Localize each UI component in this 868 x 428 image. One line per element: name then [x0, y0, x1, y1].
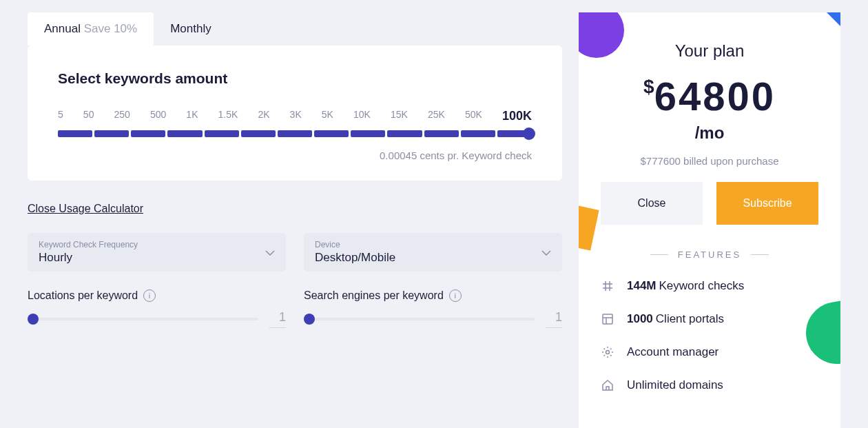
subscribe-button[interactable]: Subscribe: [716, 182, 818, 225]
slider-label-3: 500: [150, 109, 166, 123]
slider-label-4: 1K: [186, 109, 198, 123]
locations-label: Locations per keyword: [28, 289, 138, 302]
frequency-value: Hourly: [39, 251, 275, 265]
features-header: FEATURES: [601, 249, 818, 260]
plan-buttons: Close Subscribe: [601, 182, 818, 225]
decoration-orange: [579, 201, 599, 250]
engines-value: 1: [546, 310, 562, 328]
tab-annual-label: Annual: [44, 22, 81, 35]
feature-item: Unlimited domains: [601, 378, 818, 392]
device-label: Device: [315, 240, 551, 249]
decoration-blue: [799, 12, 840, 54]
svg-rect-0: [603, 314, 612, 324]
slider-label-11: 25K: [428, 109, 445, 123]
card-title: Select keywords amount: [58, 70, 532, 87]
plan-price: $64800: [601, 73, 818, 119]
slider-label-7: 3K: [290, 109, 302, 123]
feature-text: Unlimited domains: [627, 378, 723, 392]
slider-segment: [461, 130, 495, 137]
close-button[interactable]: Close: [601, 182, 703, 225]
plan-period: /mo: [601, 123, 818, 143]
feature-item: Account manager: [601, 345, 818, 359]
slider-segment: [131, 130, 165, 137]
engines-slider-thumb[interactable]: [304, 314, 315, 325]
feature-item: 1000Client portals: [601, 312, 818, 326]
home-icon: [601, 378, 614, 392]
slider-label-8: 5K: [322, 109, 333, 123]
frequency-select[interactable]: Keyword Check Frequency Hourly: [28, 233, 286, 272]
slider-label-12: 50K: [465, 109, 482, 123]
slider-segment: [167, 130, 202, 137]
tab-annual[interactable]: Annual Save 10%: [28, 12, 154, 45]
tab-annual-save: Save 10%: [84, 22, 138, 35]
selects-row: Keyword Check Frequency Hourly Device De…: [28, 233, 562, 272]
slider-segment: [387, 130, 422, 137]
keywords-card: Select keywords amount 5 50 250 500 1K 1…: [28, 45, 562, 181]
locations-slider[interactable]: [28, 318, 258, 320]
slider-segment: [58, 130, 92, 137]
slider-label-9: 10K: [353, 109, 371, 123]
device-select[interactable]: Device Desktop/Mobile: [304, 233, 562, 272]
engines-label-row: Search engines per keyword i: [304, 289, 562, 302]
slider-label-5: 1.5K: [218, 109, 238, 123]
slider-segment: [278, 130, 312, 137]
gear-icon: [601, 345, 614, 359]
feature-list: 144MKeyword checks 1000Client portals Ac…: [601, 279, 818, 392]
feature-text: 144MKeyword checks: [627, 279, 744, 293]
frequency-label: Keyword Check Frequency: [39, 240, 275, 249]
engines-slider[interactable]: [304, 318, 535, 320]
feature-item: 144MKeyword checks: [601, 279, 818, 293]
chevron-down-icon: [265, 246, 275, 258]
engines-label: Search engines per keyword: [304, 289, 444, 302]
info-icon[interactable]: i: [143, 289, 156, 302]
slider-thumb[interactable]: [523, 128, 535, 140]
small-sliders-row: Locations per keyword i 1 Search engines…: [28, 289, 562, 328]
slider-segment: [351, 130, 385, 137]
slider-segment: [424, 130, 459, 137]
layout-icon: [601, 312, 614, 326]
feature-text: 1000Client portals: [627, 312, 724, 326]
price-note: 0.00045 cents pr. Keyword check: [58, 150, 532, 161]
svg-point-1: [606, 351, 610, 354]
feature-text: Account manager: [627, 345, 719, 359]
slider-label-2: 250: [114, 109, 130, 123]
close-calculator-link[interactable]: Close Usage Calculator: [28, 203, 143, 215]
plan-panel: Your plan $64800 /mo $777600 billed upon…: [579, 12, 840, 428]
slider-label-6: 2K: [258, 109, 269, 123]
tab-monthly[interactable]: Monthly: [154, 12, 228, 45]
plan-amount: 64800: [654, 74, 776, 119]
locations-value: 1: [269, 310, 286, 328]
slider-label-0: 5: [58, 109, 63, 123]
keywords-slider[interactable]: [58, 130, 532, 137]
locations-label-row: Locations per keyword i: [28, 289, 286, 302]
slider-label-1: 50: [83, 109, 94, 123]
features-header-text: FEATURES: [678, 249, 741, 260]
slider-label-10: 15K: [391, 109, 408, 123]
slider-segment: [205, 130, 239, 137]
slider-labels: 5 50 250 500 1K 1.5K 2K 3K 5K 10K 15K 25…: [58, 109, 532, 123]
plan-billed: $777600 billed upon purchase: [601, 155, 818, 167]
locations-slider-thumb[interactable]: [28, 314, 39, 325]
plan-currency: $: [643, 76, 654, 97]
billing-tabs: Annual Save 10% Monthly: [28, 12, 562, 45]
slider-segment: [94, 130, 129, 137]
chevron-down-icon: [541, 246, 551, 258]
device-value: Desktop/Mobile: [315, 251, 551, 265]
plan-title: Your plan: [601, 41, 818, 61]
slider-label-13: 100K: [502, 109, 532, 123]
slider-segment: [314, 130, 349, 137]
left-panel: Annual Save 10% Monthly Select keywords …: [28, 12, 562, 428]
hash-icon: [601, 279, 614, 293]
info-icon[interactable]: i: [449, 289, 462, 302]
slider-segment: [241, 130, 276, 137]
